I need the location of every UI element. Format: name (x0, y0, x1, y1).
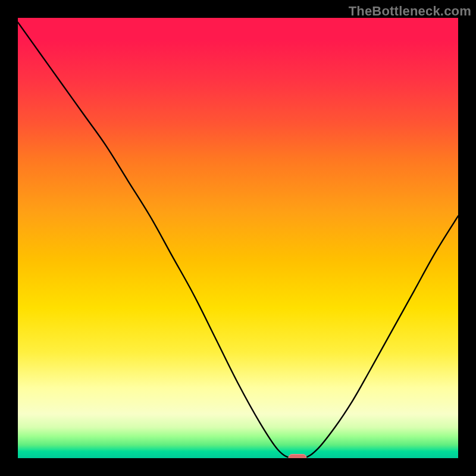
chart-container: TheBottleneck.com (0, 0, 476, 476)
watermark-text: TheBottleneck.com (349, 4, 471, 19)
optimum-marker (289, 455, 306, 459)
bottleneck-curve (18, 18, 458, 458)
plot-area (18, 18, 458, 458)
